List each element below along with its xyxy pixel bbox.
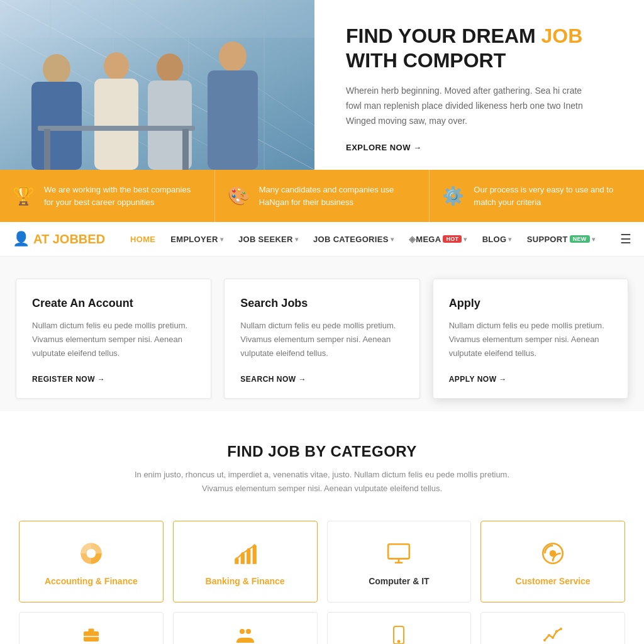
employer-chevron: ▾ xyxy=(220,236,223,243)
hero-content: FIND YOUR DREAM JOB WITH COMPORT Wherein… xyxy=(314,0,644,170)
svg-point-12 xyxy=(104,52,129,80)
category-accounting[interactable]: Accounting & Finance xyxy=(19,521,164,602)
category-customer-service[interactable]: Customer Service xyxy=(480,521,625,602)
cards-section: Create An Account Nullam dictum felis eu… xyxy=(0,257,644,411)
category-grid-row1: Accounting & Finance Banking & Finance xyxy=(16,521,628,602)
svg-rect-20 xyxy=(182,129,189,170)
cat-label-customer: Customer Service xyxy=(516,576,591,586)
svg-rect-19 xyxy=(44,129,50,170)
svg-point-45 xyxy=(560,628,562,630)
card-search-jobs: Search Jobs Nullam dictum felis eu pede … xyxy=(224,279,419,399)
nav-mega[interactable]: ◈ MEGA HOT ▾ xyxy=(402,222,474,257)
nav-support[interactable]: SUPPORT NEW ▾ xyxy=(521,222,601,257)
job-seeker-chevron: ▾ xyxy=(295,236,298,243)
cat-label-banking: Banking & Finance xyxy=(206,576,285,586)
svg-rect-25 xyxy=(252,546,256,564)
svg-point-42 xyxy=(548,634,550,636)
hero-image xyxy=(0,0,314,170)
nav-employer[interactable]: EMPLOYER ▾ xyxy=(164,222,230,257)
category-row2-3[interactable] xyxy=(327,612,472,644)
nav-links: HOME EMPLOYER ▾ JOB SEEKER ▾ JOB CATEGOR… xyxy=(124,222,620,257)
mega-chevron: ▾ xyxy=(464,236,467,243)
nav-blog[interactable]: BLOG ▾ xyxy=(476,222,518,257)
section-title: FIND JOB BY CATEGORY xyxy=(16,443,628,460)
monitor-icon xyxy=(386,540,412,567)
card-desc-1: Nullam dictum felis eu pede mollis preti… xyxy=(32,319,195,360)
blog-chevron: ▾ xyxy=(508,236,511,243)
hamburger-menu[interactable]: ☰ xyxy=(620,231,631,247)
cat-label-computer: Computer & IT xyxy=(369,576,429,586)
svg-point-43 xyxy=(552,636,554,639)
hero-description: Wherein herb beginning. Moved after gath… xyxy=(346,84,585,128)
svg-point-29 xyxy=(253,545,255,547)
category-row2-2[interactable] xyxy=(173,612,318,644)
navbar: 👤 AT JOBBED HOME EMPLOYER ▾ JOB SEEKER ▾… xyxy=(0,222,644,257)
svg-point-27 xyxy=(241,552,243,555)
category-banking[interactable]: Banking & Finance xyxy=(173,521,318,602)
trophy-icon: 🏆 xyxy=(13,186,35,206)
svg-point-37 xyxy=(240,629,245,634)
card-create-account: Create An Account Nullam dictum felis eu… xyxy=(16,279,211,399)
svg-point-14 xyxy=(157,53,183,82)
category-section: FIND JOB BY CATEGORY In enim justo, rhon… xyxy=(0,411,644,644)
card-desc-2: Nullam dictum felis eu pede mollis preti… xyxy=(240,319,403,360)
logo-icon: 👤 xyxy=(13,231,30,247)
svg-rect-30 xyxy=(389,545,410,559)
diamond-icon: ◈ xyxy=(409,234,416,244)
hero-title: FIND YOUR DREAM JOB WITH COMPORT xyxy=(346,24,619,72)
banner-text-1: We are working with the best companies f… xyxy=(44,184,202,208)
svg-point-41 xyxy=(543,639,546,641)
svg-rect-24 xyxy=(247,550,250,564)
nav-job-categories[interactable]: JOB CATEGORIES ▾ xyxy=(307,222,400,257)
search-now-link[interactable]: SEARCH NOW → xyxy=(240,375,306,384)
logo[interactable]: 👤 AT JOBBED xyxy=(13,231,105,247)
logo-text: AT JOBBED xyxy=(33,232,105,247)
svg-rect-13 xyxy=(94,79,138,170)
new-badge: NEW xyxy=(570,235,590,243)
card-apply: Apply Nullam dictum felis eu pede mollis… xyxy=(433,279,628,399)
nav-job-seeker[interactable]: JOB SEEKER ▾ xyxy=(232,222,304,257)
banner-text-2: Many candidates and companies use HaNgan… xyxy=(259,184,417,208)
job-categories-chevron: ▾ xyxy=(391,236,394,243)
banner-item-1: 🏆 We are working with the best companies… xyxy=(0,170,215,222)
card-title-1: Create An Account xyxy=(32,297,195,310)
svg-rect-17 xyxy=(208,70,258,170)
category-row2-4[interactable] xyxy=(480,612,625,644)
nav-home[interactable]: HOME xyxy=(124,222,162,257)
apply-now-link[interactable]: APPLY NOW → xyxy=(449,375,507,384)
banner-item-2: 🎨 Many candidates and companies use HaNg… xyxy=(215,170,430,222)
hero-section: FIND YOUR DREAM JOB WITH COMPORT Wherein… xyxy=(0,0,644,170)
palette-icon: 🎨 xyxy=(228,186,250,206)
card-title-3: Apply xyxy=(449,297,612,310)
orange-banner: 🏆 We are working with the best companies… xyxy=(0,170,644,222)
category-row2-1[interactable] xyxy=(19,612,164,644)
svg-point-38 xyxy=(246,629,251,634)
register-now-link[interactable]: REGISTER NOW → xyxy=(32,375,105,384)
people-icon xyxy=(235,625,255,644)
pie-chart-icon xyxy=(78,540,104,567)
svg-point-26 xyxy=(235,558,238,560)
chart-line-icon xyxy=(543,625,563,644)
banner-item-3: ⚙️ Our process is very easy to use and t… xyxy=(430,170,644,222)
svg-point-21 xyxy=(87,549,96,558)
svg-point-34 xyxy=(550,550,557,557)
banner-text-3: Our process is very easy to use and to m… xyxy=(474,184,631,208)
category-computer[interactable]: Computer & IT xyxy=(327,521,472,602)
svg-rect-18 xyxy=(38,126,195,131)
briefcase-icon xyxy=(81,625,101,644)
gear-icon: ⚙️ xyxy=(442,186,464,206)
phone-icon xyxy=(389,625,409,644)
svg-point-16 xyxy=(219,42,247,72)
cat-label-accounting: Accounting & Finance xyxy=(45,576,138,586)
category-grid-row2 xyxy=(16,612,628,644)
explore-link[interactable]: EXPLORE NOW → xyxy=(346,143,619,152)
svg-point-40 xyxy=(398,641,400,643)
svg-point-28 xyxy=(247,548,250,551)
card-title-2: Search Jobs xyxy=(240,297,403,310)
support-chevron: ▾ xyxy=(592,236,595,243)
support-icon xyxy=(540,540,566,567)
svg-point-44 xyxy=(555,630,558,633)
card-desc-3: Nullam dictum felis eu pede mollis preti… xyxy=(449,319,612,360)
svg-point-10 xyxy=(43,54,70,84)
people-silhouettes xyxy=(0,31,314,170)
